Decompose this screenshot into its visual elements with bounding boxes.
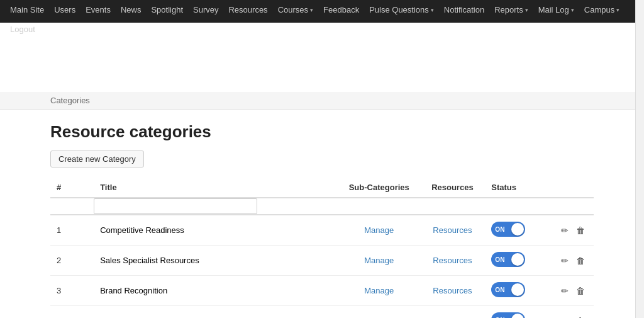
resources-link[interactable]: Resources — [433, 256, 472, 265]
categories-table: # Title Sub-Categories Resources Status … — [50, 178, 594, 318]
row-status: ON — [485, 276, 550, 306]
dropdown-arrow-icon: ▾ — [571, 7, 574, 13]
row-actions: ✏ 🗑 — [550, 276, 594, 306]
title-filter-cell — [94, 198, 338, 215]
manage-link[interactable]: Manage — [364, 286, 394, 295]
toggle-label: ON — [495, 226, 505, 233]
delete-button[interactable]: 🗑 — [574, 254, 587, 267]
row-resources: Resources — [420, 306, 486, 319]
nav-item-feedback[interactable]: Feedback — [318, 0, 364, 20]
row-sub-categories: Manage — [338, 306, 420, 319]
row-num: 3 — [50, 276, 94, 306]
nav-item-main-site[interactable]: Main Site — [5, 0, 49, 20]
nav-item-notification[interactable]: Notification — [439, 0, 489, 20]
row-title: Competitive Readiness — [94, 215, 338, 246]
page-title: Resource categories — [50, 122, 594, 142]
dropdown-arrow-icon: ▾ — [431, 7, 434, 13]
row-actions: ✏ 🗑 — [550, 306, 594, 319]
nav-item-events[interactable]: Events — [80, 0, 116, 20]
row-title: Sales Specialist Resources — [94, 246, 338, 276]
row-title: Newsletter — [94, 306, 338, 319]
toggle-label: ON — [495, 287, 505, 293]
row-status: ON — [485, 215, 550, 246]
resources-link[interactable]: Resources — [433, 225, 472, 235]
col-header-status: Status — [485, 178, 550, 198]
row-actions: ✏ 🗑 — [550, 246, 594, 276]
row-sub-categories: Manage — [338, 246, 420, 276]
dropdown-arrow-icon: ▾ — [525, 7, 528, 13]
row-resources: Resources — [420, 246, 486, 276]
row-num: 4 — [50, 306, 94, 319]
table-row: 4 Newsletter Manage Resources ON ✏ 🗑 — [50, 306, 594, 319]
nav-item-logout[interactable]: Logout — [5, 20, 40, 39]
col-header-resources: Resources — [420, 178, 486, 198]
status-toggle[interactable]: ON — [491, 312, 525, 318]
breadcrumb: Categories — [0, 92, 644, 110]
row-sub-categories: Manage — [338, 215, 420, 246]
nav-item-users[interactable]: Users — [49, 0, 80, 20]
filter-spacer — [50, 198, 94, 215]
edit-button[interactable]: ✏ — [558, 224, 571, 237]
toggle-knob — [511, 223, 524, 236]
toggle-knob — [511, 283, 524, 296]
toggle-label: ON — [495, 256, 505, 263]
scrollbar[interactable] — [635, 0, 644, 318]
edit-button[interactable]: ✏ — [558, 315, 571, 319]
row-resources: Resources — [420, 215, 486, 246]
nav-dropdown-courses[interactable]: Courses ▾ — [273, 0, 318, 20]
row-num: 1 — [50, 215, 94, 246]
row-status: ON — [485, 306, 550, 319]
edit-button[interactable]: ✏ — [558, 254, 571, 267]
manage-link[interactable]: Manage — [364, 256, 394, 265]
col-header-sub: Sub-Categories — [338, 178, 420, 198]
status-toggle[interactable]: ON — [491, 222, 525, 237]
nav-item-news[interactable]: News — [116, 0, 147, 20]
status-toggle[interactable]: ON — [491, 252, 525, 267]
row-resources: Resources — [420, 276, 486, 306]
table-row: 1 Competitive Readiness Manage Resources… — [50, 215, 594, 246]
col-header-num: # — [50, 178, 94, 198]
col-header-actions — [550, 178, 594, 198]
edit-button[interactable]: ✏ — [558, 285, 571, 297]
nav-dropdown-campus[interactable]: Campus ▾ — [579, 0, 625, 20]
nav-dropdown-pulse-questions[interactable]: Pulse Questions ▾ — [364, 0, 439, 20]
dropdown-arrow-icon: ▾ — [310, 7, 313, 13]
nav-dropdown-mail-log[interactable]: Mail Log ▾ — [533, 0, 579, 20]
main-content: Resource categories Create new Category … — [0, 110, 644, 318]
nav-item-spotlight[interactable]: Spotlight — [146, 0, 188, 20]
row-status: ON — [485, 246, 550, 276]
nav-item-resources[interactable]: Resources — [223, 0, 272, 20]
table-row: 3 Brand Recognition Manage Resources ON … — [50, 276, 594, 306]
create-category-button[interactable]: Create new Category — [50, 150, 144, 168]
row-sub-categories: Manage — [338, 276, 420, 306]
status-toggle[interactable]: ON — [491, 282, 525, 297]
main-nav: Main SiteUsersEventsNewsSpotlightSurveyR… — [0, 0, 644, 23]
delete-button[interactable]: 🗑 — [574, 224, 587, 237]
toggle-knob — [511, 314, 524, 318]
row-title: Brand Recognition — [94, 276, 338, 306]
col-header-title: Title — [94, 178, 338, 198]
table-row: 2 Sales Specialist Resources Manage Reso… — [50, 246, 594, 276]
delete-button[interactable]: 🗑 — [574, 315, 587, 319]
resources-link[interactable]: Resources — [433, 286, 472, 295]
delete-button[interactable]: 🗑 — [574, 285, 587, 297]
manage-link[interactable]: Manage — [364, 225, 394, 235]
dropdown-arrow-icon: ▾ — [616, 7, 619, 13]
nav-item-survey[interactable]: Survey — [188, 0, 223, 20]
title-filter-input[interactable] — [94, 198, 257, 214]
row-num: 2 — [50, 246, 94, 276]
row-actions: ✏ 🗑 — [550, 215, 594, 246]
nav-dropdown-reports[interactable]: Reports ▾ — [489, 0, 533, 20]
toggle-knob — [511, 253, 524, 266]
